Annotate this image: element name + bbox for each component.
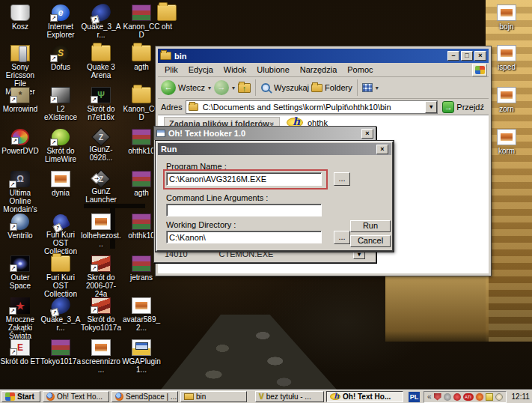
menu-pomoc[interactable]: Pomoc: [342, 64, 378, 76]
search-icon[interactable]: [260, 82, 272, 94]
explorer-titlebar[interactable]: bin – □ ×: [158, 49, 489, 63]
mute-icon[interactable]: [453, 393, 461, 401]
desktop-icon-kosz[interactable]: Kosz: [0, 4, 40, 31]
desktop-icon-skr-t-do-2006-07-24a[interactable]: Skrót do 2006-07-24a: [81, 255, 121, 298]
desktop-icon-skr-t-do-tokyo1017a[interactable]: Skrót do Tokyo1017a: [81, 297, 121, 332]
run-dialog-titlebar[interactable]: Run ×: [158, 143, 391, 155]
desktop-icon-oht[interactable]: oht: [147, 4, 187, 31]
folders-label[interactable]: Foldery: [325, 83, 352, 92]
badge-icon[interactable]: [444, 393, 451, 401]
maximize-button[interactable]: □: [461, 51, 473, 61]
shield-icon[interactable]: [434, 393, 441, 401]
firefox-icon: [46, 393, 55, 401]
desktop-icon-avatar589-2[interactable]: avatar589_2...: [121, 297, 162, 332]
desktop-icon-gunz-launcher[interactable]: ZGunZ Launcher: [81, 171, 121, 204]
desktop-icon-furi-kuri-ost-collection[interactable]: Furi Kuri OST Collection: [40, 213, 81, 255]
menu-ulubione[interactable]: Ulubione: [251, 64, 294, 76]
taskbar-button-bez-tytu-u[interactable]: Vbez tytułu - ...: [255, 391, 324, 402]
back-button[interactable]: ←: [161, 80, 176, 95]
taskbar-button-oh-text-ho[interactable]: Oh! Text Ho...: [326, 391, 403, 402]
desktop-icon-label: Ventrilo: [0, 231, 40, 240]
overflow-chevron-icon[interactable]: «: [427, 393, 432, 401]
firefox-icon: [115, 393, 123, 401]
desktop-icon-quake-3-arena[interactable]: Quake 3 Arena: [81, 45, 121, 79]
desktop-icon-l2-existence[interactable]: L2 eXistence: [40, 87, 81, 121]
language-indicator[interactable]: PL: [409, 392, 420, 402]
phone-icon: [10, 45, 30, 61]
arguments-input[interactable]: [166, 204, 322, 216]
menu-narz-dzia[interactable]: Narzędzia: [295, 64, 343, 76]
browse-program-button[interactable]: ...: [334, 172, 350, 186]
folder-icon: [132, 87, 151, 103]
desktop-icon-quake-3-ar[interactable]: Quake_3_Ar...: [40, 297, 81, 332]
lime-icon: [52, 129, 70, 145]
back-label[interactable]: Wstecz: [178, 83, 205, 92]
desktop-icon-screennizro[interactable]: screennizro...: [81, 339, 121, 374]
taskbar-button-sendspace[interactable]: SendSpace | ...: [111, 391, 178, 402]
ati-icon[interactable]: ATI: [463, 393, 474, 401]
forward-button[interactable]: →: [214, 80, 229, 95]
desktop-icon-lolhehezost[interactable]: lolhehezost...: [81, 213, 121, 248]
taskbar-button-oh-text-ho[interactable]: Oh! Text Ho...: [43, 391, 109, 402]
desktop-icon-morrowind[interactable]: *Morrowind: [0, 87, 40, 113]
close-button[interactable]: ×: [361, 129, 373, 139]
browse-workdir-button[interactable]: ...: [334, 231, 350, 244]
desktop-icon-skr-t-do-et[interactable]: ESkrót do ET: [0, 339, 40, 366]
minimize-button[interactable]: –: [447, 51, 459, 61]
views-dropdown-icon[interactable]: ▾: [375, 85, 379, 91]
back-dropdown-icon[interactable]: ▾: [207, 85, 212, 91]
desktop-icon-skr-t-do-limewire[interactable]: Skrót do LimeWire: [40, 129, 81, 163]
desktop-icon-bojn[interactable]: bojn: [486, 4, 527, 31]
notes-icon[interactable]: [486, 393, 493, 401]
forward-dropdown-icon[interactable]: ▾: [231, 85, 236, 91]
butterfly-icon: [51, 212, 71, 232]
folders-icon[interactable]: [311, 84, 322, 92]
address-input[interactable]: [201, 102, 424, 112]
desktop-icon-label: Skrót do 2006-07-24a: [81, 273, 121, 298]
menu-plik[interactable]: Plik: [159, 64, 183, 76]
desktop-icon-label: Skrót do ET: [0, 357, 40, 366]
windows-logo: [472, 64, 487, 76]
program-name-input[interactable]: [166, 172, 322, 186]
desktop-icon-tokyo1017a[interactable]: Tokyo1017a: [40, 339, 81, 366]
taskbar-button-label: bez tytułu - ...: [266, 393, 311, 401]
address-combo[interactable]: ▾: [186, 100, 438, 114]
desktop-icon-zorn[interactable]: zorn: [486, 87, 527, 113]
desktop-icon-internet-explorer[interactable]: eInternet Explorer: [40, 4, 81, 39]
window-title: bin: [174, 52, 187, 61]
menu-widok[interactable]: Widok: [218, 64, 252, 76]
sun-icon[interactable]: [476, 393, 483, 401]
search-label[interactable]: Wyszukaj: [274, 83, 309, 92]
desktop-icon-skr-t-do-n7et16x[interactable]: ΨSkrót do n7et16x: [81, 87, 121, 121]
docimg-icon: [91, 339, 111, 356]
desktop-icon-dofus[interactable]: SDofus: [40, 45, 81, 71]
desktop-icon-quake-3-ar[interactable]: Quake_3_Ar...: [81, 4, 121, 39]
views-icon[interactable]: [362, 83, 373, 92]
up-button[interactable]: ↑: [238, 83, 251, 93]
address-dropdown-button[interactable]: ▾: [425, 101, 437, 113]
desktop-icon-outer-space[interactable]: Outer Space: [0, 255, 40, 290]
close-button[interactable]: ×: [376, 145, 388, 154]
menu-edycja[interactable]: Edycja: [183, 64, 218, 76]
start-button[interactable]: Start: [1, 391, 40, 402]
go-button[interactable]: → Przejdź: [441, 101, 486, 113]
scheduler-icon[interactable]: [495, 393, 503, 401]
desktop-icon-furi-kuri-ost-collection[interactable]: Furi Kuri OST Collection: [40, 255, 81, 298]
desktop-icon-ventrilo[interactable]: Ventrilo: [0, 213, 40, 240]
desktop-icon-mroczne-zak-tki-wiata[interactable]: ★Mroczne Zakątki Świata: [0, 297, 40, 340]
desktop-icon-korm[interactable]: korm: [486, 129, 527, 155]
desktop-icon-dynia[interactable]: dynia: [40, 171, 81, 197]
run-dialog-body: Program Name : ... Command Line Argument…: [157, 156, 392, 250]
cancel-button[interactable]: Cancel: [350, 235, 391, 247]
working-directory-input[interactable]: [166, 231, 322, 243]
chevron-icon: »: [269, 121, 277, 126]
desktop-icon-wgaplugin1[interactable]: WGAPlugin1...: [121, 339, 162, 374]
desktop-icon-igunz-0928[interactable]: ZIGunZ-0928...: [81, 129, 121, 162]
run-button[interactable]: Run: [350, 220, 391, 232]
text-hooker-titlebar[interactable]: Oh! Text Hooker 1.0 ×: [154, 127, 376, 140]
desktop-icon-isped[interactable]: isped: [486, 45, 527, 71]
close-button[interactable]: ×: [474, 51, 486, 61]
taskbar-button-bin[interactable]: bin: [180, 391, 247, 402]
desktop-icon-powerdvd[interactable]: PowerDVD: [0, 129, 40, 155]
windows-flag-icon: [5, 393, 15, 401]
